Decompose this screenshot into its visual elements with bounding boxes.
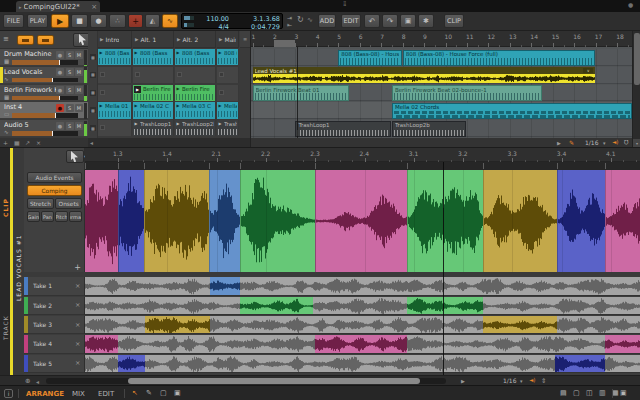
take-remove-icon[interactable]: × [75,359,80,367]
launcher-clip[interactable]: ▶808 (Bass [175,49,216,65]
pencil-tool-icon[interactable]: ✎ [146,389,152,397]
solo-button[interactable]: S [66,68,74,76]
draw-mode-icon[interactable]: ✎ [569,139,574,146]
track-stop-button[interactable]: ■ [90,107,96,113]
comp-segment[interactable] [407,170,483,272]
launcher-clip[interactable]: ▶Trash [217,120,239,136]
take-header[interactable]: Take 3× [24,316,85,334]
take-comp-region[interactable] [210,277,240,294]
pointer-tool-icon[interactable]: ↖ [132,389,138,397]
take-header[interactable]: Take 5× [24,355,85,373]
editor-hscrollbar-thumb[interactable] [128,378,420,384]
take-remove-icon[interactable]: × [75,301,80,309]
launcher-clip[interactable]: ▶808 (Bass [133,49,174,65]
take-lane[interactable] [85,335,640,353]
capture-button[interactable]: + [128,14,143,28]
record-arm-button[interactable]: ● [56,51,64,59]
arranger-vscrollbar[interactable]: ▾ [632,31,640,148]
undo-button[interactable]: ↶ [364,14,380,28]
editor-follow-icon[interactable]: ▶ [461,378,465,384]
panel-button-pitch[interactable]: Pitch [55,211,68,222]
volume-fader[interactable] [12,60,78,65]
track-stop-button[interactable]: ■ [90,72,96,78]
record-arm-button[interactable]: ● [56,86,64,94]
comp-segment[interactable] [315,170,407,272]
clip-slot[interactable] [98,85,132,101]
take-comp-region[interactable] [240,297,313,314]
launcher-clip[interactable]: ▶Mella [217,102,239,118]
scene-header[interactable]: ▶Intro [98,31,132,48]
layout-grid-icon[interactable]: ⁞⁞ [343,0,345,8]
mute-button[interactable]: M [75,68,83,76]
take-lane[interactable] [85,297,640,315]
clip-menu-button[interactable]: CLIP [444,14,464,28]
take-lane[interactable] [85,277,640,295]
record-arm-button[interactable]: ● [56,122,64,130]
launcher-clip[interactable]: ▶808 (Bas [98,49,132,65]
add-button[interactable]: ADD [318,14,336,28]
track-row[interactable]: Audio 5●SM∿ [0,120,88,137]
volume-fader-handle[interactable] [52,78,54,83]
take-remove-icon[interactable]: × [75,282,80,290]
launcher-clip[interactable]: ▶Berlin Fire [175,85,216,101]
take-header[interactable]: Take 1× [24,277,85,295]
editor-snap-value[interactable]: 1/16 [503,377,516,384]
edit-menu-button[interactable]: EDIT [341,14,361,28]
redo-button[interactable]: ↷ [382,14,398,28]
track-stop-button[interactable]: ■ [90,54,96,60]
take-remove-icon[interactable]: × [75,340,80,348]
scene-play-icon[interactable]: ▶ [219,37,222,42]
follow-playhead-icon[interactable]: ▶ [557,140,561,146]
comp-lane[interactable] [85,170,640,272]
play-button[interactable]: ▶ [51,14,69,28]
panel-button-gain[interactable]: Gain [27,211,40,222]
view-button-edit[interactable]: EDIT [98,390,114,398]
record-button[interactable]: ● [90,14,107,28]
launcher-clip[interactable]: ▶TrashLoop2b [175,120,216,136]
punch-out-icon[interactable]: ⇤ [287,21,292,28]
take-header[interactable]: Take 4× [24,335,85,353]
comp-region-boundary[interactable] [209,163,210,169]
launcher-clip[interactable]: ▶808 (B [217,49,239,65]
panel-button-comping[interactable]: Comping [27,185,82,196]
comp-segment[interactable] [240,170,315,272]
clip-slot[interactable] [217,67,239,83]
dual-display-icon[interactable]: ▣ [620,389,627,397]
snap-magnet-icon[interactable]: Ω [624,139,629,146]
close-tab-icon[interactable]: × [91,3,97,11]
volume-fader[interactable] [12,78,78,83]
volume-fader[interactable] [12,113,78,118]
solo-button[interactable]: S [66,86,74,94]
vscrollbar-thumb[interactable] [634,33,640,85]
comp-region-boundary[interactable] [605,163,606,169]
arranger-clip[interactable]: Berlin Firework Beat 02-bounce-1 [392,85,542,101]
scene-menu-header[interactable]: ≡ [240,31,250,48]
volume-fader-handle[interactable] [55,113,57,118]
scene-header[interactable]: ▶Alt. 1 [133,31,174,48]
take-comp-region[interactable] [315,335,407,352]
take-comp-region[interactable] [555,355,605,372]
expand-icon[interactable]: ↗ [25,139,30,146]
time-sig-display[interactable]: 4/4 [196,23,229,30]
editor-fold-icon[interactable]: ⇕ [541,377,546,385]
editor-cursor-tool-button[interactable] [66,150,84,163]
clip-slot[interactable] [98,120,132,136]
position-display[interactable]: 3.1.3.68 [232,15,280,22]
comp-segment[interactable] [85,170,118,272]
comp-segment[interactable] [209,170,240,272]
arranger-clip[interactable]: 808 (Bass-08) - House Force (full) [403,50,596,66]
panel-button-formant[interactable]: Formant [69,211,82,222]
track-filter-icon[interactable]: ≡ [3,35,9,43]
comp-segment[interactable] [144,170,209,272]
comp-region-boundary[interactable] [144,163,145,169]
take-comp-region[interactable] [483,316,557,333]
duplicate-button[interactable]: ▣ [400,14,416,28]
mute-button[interactable]: M [75,122,83,130]
launcher-clip[interactable]: ▶Mella 03 C [175,102,216,118]
take-remove-icon[interactable]: × [75,321,80,329]
groove-button[interactable]: ∴ [109,14,126,28]
editor-zoom-icon[interactable]: ⊕ [25,377,30,385]
scene-header[interactable]: ▶Main [217,31,239,48]
clip-slot[interactable] [133,67,174,83]
browser-panel-icon[interactable]: ▤ [560,389,567,397]
